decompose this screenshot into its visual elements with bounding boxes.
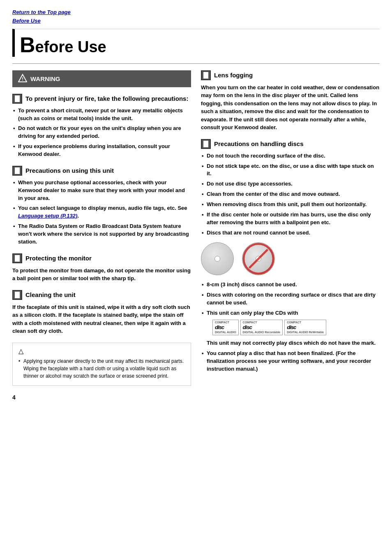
cd-logo-1: COMPACT disc DIGITAL AUDIO [212,320,239,335]
cd-note: This unit may not correctly play discs w… [207,340,376,346]
disc-normal-image [201,242,234,275]
disc-no-image [242,242,275,275]
caution-box: △ Applying spray cleaner directly to the… [12,343,191,386]
section-icon-prevent [12,94,22,104]
caution-list: Applying spray cleaner directly to the u… [18,357,185,380]
caution-header: △ [18,347,185,355]
protecting-monitor-title: Protecting the monitor [25,255,92,262]
section-icon-protecting [12,253,22,263]
lens-fogging-header: Lens fogging [201,70,380,80]
precautions-unit-title: Precautions on using this unit [25,167,114,174]
page-title-section: Before Use [12,29,380,57]
list-item: Do not stick tape etc. on the disc, or u… [201,162,380,178]
disc-circle-normal [201,242,234,275]
lens-fogging-title: Lens fogging [214,72,253,79]
warning-triangle-icon: ! [18,74,27,84]
warning-label: WARNING [30,75,60,82]
disc-hole [214,256,220,262]
precautions-unit-header: Precautions on using this unit [12,166,191,176]
list-item: The Radio Data System or Radio Broadcast… [12,223,191,246]
list-item: Discs that are not round cannot be used. [201,229,380,237]
lens-fogging-section: Lens fogging When you turn on the car he… [201,70,380,132]
breadcrumb-link-before-use[interactable]: Before Use [12,17,380,26]
list-item: To prevent a short circuit, never put or… [12,107,191,123]
page-title-b: B [20,33,35,57]
prevent-injury-section: To prevent injury or fire, take the foll… [12,94,191,158]
list-item: Clean from the center of the disc and mo… [201,190,380,198]
page-number: 4 [12,394,191,401]
list-item: If the disc center hole or outside rim h… [201,211,380,227]
precautions-discs-section: Precautions on handling discs Do not tou… [201,139,380,373]
section-icon-discs [201,139,211,149]
cleaning-unit-section: Cleaning the unit If the faceplate of th… [12,290,191,335]
list-item: This unit can only play the CDs with COM… [201,309,380,347]
protecting-monitor-header: Protecting the monitor [12,253,191,263]
protecting-monitor-section: Protecting the monitor To protect the mo… [12,253,191,283]
list-item: Do not touch the recording surface of th… [201,152,380,160]
precautions-unit-section: Precautions on using this unit When you … [12,166,191,246]
disc-circle-no [242,242,275,275]
cd-text: This unit can only play the CDs with [207,310,298,316]
prevent-injury-list: To prevent a short circuit, never put or… [12,107,191,158]
svg-line-3 [249,250,268,268]
page-title-rest: efore Use [35,38,106,56]
caution-triangle-icon: △ [18,347,23,355]
language-setup-link[interactable]: Language setup (P.132) [18,213,77,219]
list-item-period: . [77,213,79,219]
list-item: When removing discs from this unit, pull… [201,201,380,209]
cd-logo-2: COMPACT disc DIGITAL AUDIO Recordable [240,320,283,335]
list-item: When you purchase optional accessories, … [12,179,191,202]
list-item: You cannot play a disc that has not been… [201,350,380,373]
breadcrumb-link-top[interactable]: Return to the Top page [12,8,380,17]
list-item: Discs with coloring on the recording sur… [201,291,380,307]
lens-fogging-text: When you turn on the car heater in cold … [201,84,380,132]
main-content: ! WARNING To prevent injury or fire, tak… [12,70,380,401]
prevent-injury-header: To prevent injury or fire, take the foll… [12,94,191,104]
cleaning-unit-header: Cleaning the unit [12,290,191,300]
svg-text:!: ! [22,77,23,81]
list-item: 8-cm (3 inch) discs cannot be used. [201,281,380,289]
cd-logo-3: COMPACT disc DIGITAL AUDIO ReWritable [284,320,326,335]
list-item: If you experience problems during instal… [12,143,191,158]
list-item-text: You can select language to display menus… [18,205,187,211]
precautions-discs-title: Precautions on handling discs [214,140,304,147]
list-item: You can select language to display menus… [12,204,191,220]
page-title: Before Use [20,33,380,57]
list-item: Do not watch or fix your eyes on the uni… [12,125,191,140]
protecting-monitor-text: To protect the monitor from damage, do n… [12,267,191,283]
cleaning-unit-title: Cleaning the unit [25,291,76,298]
precautions-discs-list2: 8-cm (3 inch) discs cannot be used. Disc… [201,281,380,373]
left-column: ! WARNING To prevent injury or fire, tak… [12,70,191,401]
cd-logos: COMPACT disc DIGITAL AUDIO COMPACT disc … [212,320,380,335]
precautions-discs-list: Do not touch the recording surface of th… [201,152,380,237]
right-column: Lens fogging When you turn on the car he… [201,70,380,401]
cleaning-unit-text: If the faceplate of this unit is stained… [12,303,191,335]
precautions-discs-header: Precautions on handling discs [201,139,380,149]
precautions-unit-list: When you purchase optional accessories, … [12,179,191,246]
list-item: Do not use disc type accessories. [201,180,380,188]
disc-images [201,242,380,275]
prevent-injury-title: To prevent injury or fire, take the foll… [25,95,188,102]
section-icon-cleaning [12,290,22,300]
warning-box: ! WARNING [12,70,191,87]
section-icon-precautions-unit [12,166,22,176]
breadcrumb: Return to the Top page Before Use [12,8,380,26]
caution-item: Applying spray cleaner directly to the u… [18,357,185,380]
no-symbol-icon [242,243,274,275]
section-icon-lens [201,70,211,80]
